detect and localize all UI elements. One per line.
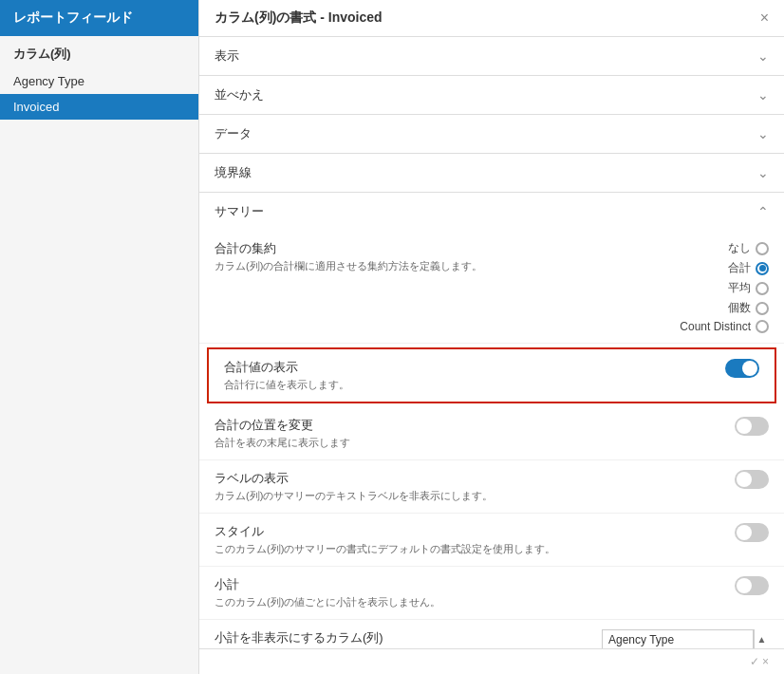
style-title: スタイル — [215, 523, 719, 540]
show-label-toggle[interactable] — [735, 470, 769, 489]
aggregation-control: なし 合計 平均 個数 — [680, 240, 769, 333]
accordion-display: 表示 ⌄ — [199, 37, 784, 76]
chevron-down-icon-3: ⌄ — [757, 126, 769, 141]
chevron-down-icon-4: ⌄ — [757, 165, 769, 180]
summary-change-position-row: 合計の位置を変更 合計を表の末尾に表示します — [199, 407, 784, 460]
show-total-desc: 合計行に値を表示します。 — [224, 378, 710, 392]
radio-circle-total[interactable] — [756, 262, 769, 275]
accordion-sort-title: 並べかえ — [215, 86, 264, 103]
subtotal-toggle[interactable] — [735, 576, 769, 595]
main-header-title: カラム(列)の書式 - Invoiced — [215, 9, 383, 27]
aggregation-desc: カラム(列)の合計欄に適用させる集約方法を定義します。 — [215, 259, 664, 273]
sidebar-item-invoiced[interactable]: Invoiced — [0, 94, 198, 120]
accordion-data-header[interactable]: データ ⌄ — [199, 115, 784, 153]
show-label-label: ラベルの表示 カラム(列)のサマリーのテキストラベルを非表示にします。 — [215, 470, 719, 503]
main-content: 表示 ⌄ 並べかえ ⌄ データ ⌄ 境界 — [199, 37, 784, 648]
show-total-control — [725, 359, 759, 378]
aggregation-label: 合計の集約 カラム(列)の合計欄に適用させる集約方法を定義します。 — [215, 240, 664, 273]
accordion-display-header[interactable]: 表示 ⌄ — [199, 37, 784, 75]
radio-label-none: なし — [728, 240, 751, 256]
main-panel: カラム(列)の書式 - Invoiced × 表示 ⌄ 並べかえ ⌄ — [199, 0, 784, 674]
radio-item-total[interactable]: 合計 — [728, 260, 769, 276]
accordion-data-title: データ — [215, 125, 252, 142]
radio-item-avg[interactable]: 平均 — [728, 280, 769, 296]
hide-subtotal-col-label: 小計を非表示にするカラム(列) 小計に値を表示しないカラム(列)を選択してくださ… — [215, 629, 587, 648]
show-label-control — [735, 470, 769, 489]
summary-subtotal-row: 小計 このカラム(列)の値ごとに小計を表示しません。 — [199, 567, 784, 620]
show-total-label: 合計値の表示 合計行に値を表示します。 — [224, 359, 710, 392]
radio-circle-avg[interactable] — [756, 282, 769, 295]
chevron-down-icon: ⌄ — [757, 48, 769, 64]
bottom-bar: ✓ × — [199, 648, 784, 674]
radio-label-count: 個数 — [728, 300, 751, 316]
show-label-desc: カラム(列)のサマリーのテキストラベルを非表示にします。 — [215, 489, 719, 503]
change-position-control — [735, 417, 769, 436]
radio-circle-none[interactable] — [756, 242, 769, 255]
sidebar: レポートフィールド カラム(列) Agency Type Invoiced — [0, 0, 199, 674]
sidebar-header: レポートフィールド — [0, 0, 198, 36]
subtotal-title: 小計 — [215, 576, 719, 593]
radio-label-count-distinct: Count Distinct — [680, 320, 751, 333]
accordion-summary-title: サマリー — [215, 203, 264, 220]
style-toggle[interactable] — [735, 523, 769, 542]
style-control — [735, 523, 769, 542]
accordion-border-title: 境界線 — [215, 164, 252, 181]
radio-label-total: 合計 — [728, 260, 751, 276]
scroll-up-button[interactable]: ▲ — [755, 629, 769, 648]
radio-item-count[interactable]: 個数 — [728, 300, 769, 316]
change-position-label: 合計の位置を変更 合計を表の末尾に表示します — [215, 417, 719, 450]
accordion-data: データ ⌄ — [199, 115, 784, 154]
sidebar-section-label: カラム(列) — [0, 36, 198, 68]
style-label: スタイル このカラム(列)のサマリーの書式にデフォルトの書式設定を使用します。 — [215, 523, 719, 556]
summary-aggregation-row: 合計の集約 カラム(列)の合計欄に適用させる集約方法を定義します。 なし 合計 — [199, 231, 784, 344]
aggregation-title: 合計の集約 — [215, 240, 664, 257]
summary-style-row: スタイル このカラム(列)のサマリーの書式にデフォルトの書式設定を使用します。 — [199, 514, 784, 567]
change-position-toggle[interactable] — [735, 417, 769, 436]
subtotal-label: 小計 このカラム(列)の値ごとに小計を表示しません。 — [215, 576, 719, 609]
chevron-up-icon: ⌃ — [757, 204, 769, 219]
accordion-sort: 並べかえ ⌄ — [199, 76, 784, 115]
dropdown-list-item-agency[interactable]: Agency Type — [603, 630, 753, 648]
radio-group-aggregation: なし 合計 平均 個数 — [680, 240, 769, 333]
main-header: カラム(列)の書式 - Invoiced × — [199, 0, 784, 37]
accordion-summary-header[interactable]: サマリー ⌃ — [199, 193, 784, 231]
hide-subtotal-col-title: 小計を非表示にするカラム(列) — [215, 629, 587, 646]
sidebar-item-agency-type[interactable]: Agency Type — [0, 68, 198, 94]
show-label-title: ラベルの表示 — [215, 470, 719, 487]
radio-item-none[interactable]: なし — [728, 240, 769, 256]
accordion-summary: サマリー ⌃ 合計の集約 カラム(列)の合計欄に適用させる集約方法を定義します。… — [199, 193, 784, 648]
dropdown-list[interactable]: Agency Type Camp Region — [602, 629, 754, 648]
change-position-desc: 合計を表の末尾に表示します — [215, 436, 719, 450]
hide-subtotal-col-control: Agency Type Camp Region ▲ ▼ — [602, 629, 769, 648]
close-button[interactable]: × — [760, 10, 769, 26]
subtotal-control — [735, 576, 769, 595]
chevron-down-icon-2: ⌄ — [757, 87, 769, 103]
radio-label-avg: 平均 — [728, 280, 751, 296]
radio-circle-count-distinct[interactable] — [756, 320, 769, 333]
radio-item-count-distinct[interactable]: Count Distinct — [680, 320, 769, 333]
bottom-bar-actions: ✓ × — [750, 655, 769, 668]
dropdown-container: Agency Type Camp Region ▲ ▼ — [602, 629, 769, 648]
show-total-title: 合計値の表示 — [224, 359, 710, 376]
show-total-toggle[interactable] — [725, 359, 759, 378]
change-position-title: 合計の位置を変更 — [215, 417, 719, 434]
subtotal-desc: このカラム(列)の値ごとに小計を表示しません。 — [215, 595, 719, 609]
accordion-display-title: 表示 — [215, 47, 239, 65]
accordion-border: 境界線 ⌄ — [199, 154, 784, 193]
accordion-sort-header[interactable]: 並べかえ ⌄ — [199, 76, 784, 114]
summary-hide-subtotal-col-row: 小計を非表示にするカラム(列) 小計に値を表示しないカラム(列)を選択してくださ… — [199, 620, 784, 648]
style-desc: このカラム(列)のサマリーの書式にデフォルトの書式設定を使用します。 — [215, 542, 719, 556]
dropdown-scroll-controls: ▲ ▼ — [754, 629, 769, 648]
radio-circle-count[interactable] — [756, 302, 769, 315]
accordion-border-header[interactable]: 境界線 ⌄ — [199, 154, 784, 192]
summary-show-total-row: 合計値の表示 合計行に値を表示します。 — [207, 347, 776, 403]
summary-show-label-row: ラベルの表示 カラム(列)のサマリーのテキストラベルを非表示にします。 — [199, 460, 784, 514]
